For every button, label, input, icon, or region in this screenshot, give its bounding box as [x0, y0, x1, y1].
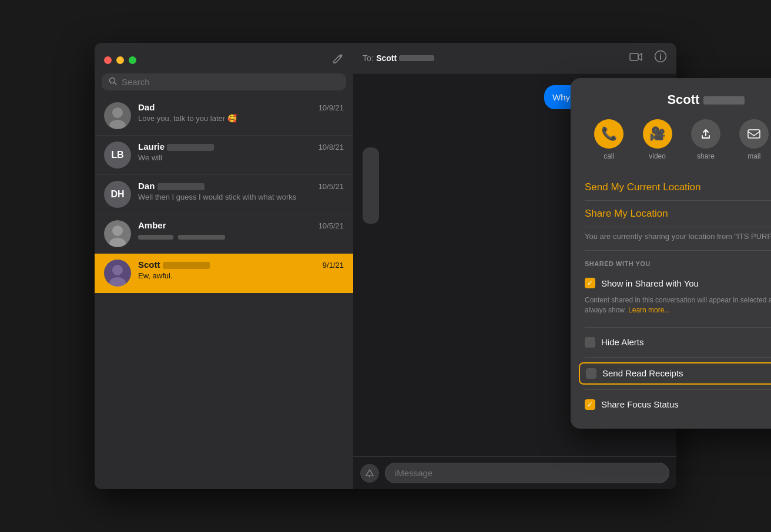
conversation-date-dan: 10/5/21 [319, 182, 344, 191]
show-in-shared-description: Content shared in this conversation will… [585, 293, 771, 322]
send-location-link[interactable]: Send My Current Location [585, 174, 771, 201]
share-location-link[interactable]: Share My Location [585, 201, 771, 227]
share-focus-status-row[interactable]: ✓ Share Focus Status [585, 395, 771, 415]
avatar-scott [104, 260, 131, 287]
svg-point-3 [660, 53, 661, 55]
show-in-shared-checkbox[interactable]: ✓ [585, 278, 595, 288]
conversation-name-laurie: Laurie [138, 142, 214, 151]
info-action-mail[interactable]: mail [739, 119, 769, 160]
share-focus-status-checkbox[interactable]: ✓ [585, 399, 595, 410]
conversation-name-scott: Scott [138, 260, 210, 270]
titlebar [95, 43, 353, 73]
info-action-video[interactable]: 🎥 video [643, 119, 672, 160]
conversation-content-amber: Amber 10/5/21 [138, 220, 344, 241]
search-bar[interactable] [102, 73, 346, 90]
avatar-dad [104, 102, 131, 129]
conversation-item-dan[interactable]: DH Dan 10/5/21 Well then I guess I would… [95, 175, 353, 214]
info-contact-name: Scott [585, 92, 771, 107]
avatar-dan: DH [104, 181, 131, 208]
video-call-icon[interactable] [629, 51, 642, 65]
conversation-content-dan: Dan 10/5/21 Well then I guess I would st… [138, 181, 344, 201]
conversation-content-scott: Scott 9/1/21 Ew, awful. [138, 260, 344, 280]
conversation-preview-amber [138, 232, 326, 241]
learn-more-link[interactable]: Learn more... [628, 306, 670, 314]
compose-icon[interactable] [332, 53, 344, 68]
call-label: call [604, 152, 614, 160]
conversation-header-amber: Amber 10/5/21 [138, 220, 344, 230]
conversation-preview-scott: Ew, awful. [138, 271, 326, 280]
chat-header: To: Scott [353, 43, 676, 73]
conversation-header-dad: Dad 10/9/21 [138, 102, 344, 112]
conversation-item-laurie[interactable]: LB Laurie 10/8/21 We will [95, 136, 353, 175]
mail-circle [739, 119, 769, 149]
chat-input-area [353, 456, 676, 489]
svg-rect-1 [630, 53, 638, 60]
blurred-message-block [363, 147, 379, 224]
separator-1 [585, 327, 771, 328]
conversation-header-scott: Scott 9/1/21 [138, 260, 344, 270]
info-actions: 📞 call 🎥 video share [585, 119, 771, 160]
share-circle [691, 119, 720, 149]
conversation-item-dad[interactable]: Dad 10/9/21 Love you, talk to you later … [95, 96, 353, 136]
conversation-content-dad: Dad 10/9/21 Love you, talk to you later … [138, 102, 344, 123]
send-read-receipts-label: Send Read Receipts [602, 368, 683, 378]
info-icon[interactable] [654, 50, 667, 66]
conversation-preview-dan: Well then I guess I would stick with wha… [138, 193, 326, 201]
conversation-preview-laurie: We will [138, 153, 326, 162]
hide-alerts-checkbox[interactable] [585, 337, 595, 348]
chat-to: To: Scott [363, 53, 434, 63]
conversation-name-dan: Dan [138, 181, 205, 191]
separator-2 [585, 357, 771, 358]
avatar-laurie: LB [104, 142, 131, 169]
minimize-button[interactable] [116, 56, 124, 64]
chat-header-actions [629, 50, 667, 66]
search-icon [109, 77, 117, 87]
info-panel: Scott 📞 call 🎥 video share [571, 78, 771, 429]
conversation-header-dan: Dan 10/5/21 [138, 181, 344, 191]
share-focus-status-label: Share Focus Status [601, 399, 679, 409]
avatar-amber [104, 220, 131, 247]
separator-3 [585, 389, 771, 390]
app-store-button[interactable] [360, 464, 379, 483]
conversation-date-amber: 10/5/21 [319, 221, 344, 230]
conversation-name-dad: Dad [138, 102, 155, 112]
call-circle: 📞 [594, 119, 623, 149]
hide-alerts-label: Hide Alerts [601, 337, 644, 347]
svg-point-4 [369, 476, 370, 477]
send-read-receipts-checkbox[interactable] [586, 368, 596, 379]
conversation-preview-dad: Love you, talk to you later 🥰 [138, 114, 326, 123]
close-button[interactable] [104, 56, 112, 64]
conversation-header-laurie: Laurie 10/8/21 [138, 142, 344, 151]
share-label: share [697, 152, 715, 160]
conversation-date-scott: 9/1/21 [323, 261, 344, 270]
app-window: Dad 10/9/21 Love you, talk to you later … [95, 43, 676, 489]
conversation-item-amber[interactable]: Amber 10/5/21 [95, 214, 353, 254]
info-action-share[interactable]: share [691, 119, 720, 160]
conversations-list: Dad 10/9/21 Love you, talk to you later … [95, 96, 353, 489]
conversation-date-laurie: 10/8/21 [319, 143, 344, 151]
chat-to-label: To: [363, 53, 374, 63]
info-action-call[interactable]: 📞 call [594, 119, 623, 160]
video-label: video [649, 152, 666, 160]
conversation-content-laurie: Laurie 10/8/21 We will [138, 142, 344, 162]
send-read-receipts-row[interactable]: Send Read Receipts [579, 362, 771, 385]
conversation-date-dad: 10/9/21 [319, 103, 344, 112]
show-in-shared-row[interactable]: ✓ Show in Shared with You [585, 273, 771, 293]
traffic-lights [104, 56, 136, 64]
show-in-shared-label: Show in Shared with You [601, 278, 699, 288]
share-location-description: You are currently sharing your location … [585, 227, 771, 251]
video-circle: 🎥 [643, 119, 672, 149]
hide-alerts-row[interactable]: Hide Alerts [585, 332, 771, 352]
conversation-name-amber: Amber [138, 220, 166, 230]
chat-contact-name: Scott [376, 53, 399, 63]
shared-with-you-label: SHARED WITH YOU [585, 260, 771, 267]
svg-rect-5 [748, 130, 760, 138]
sidebar: Dad 10/9/21 Love you, talk to you later … [95, 43, 353, 489]
conversation-item-scott[interactable]: Scott 9/1/21 Ew, awful. [95, 254, 353, 293]
search-input[interactable] [122, 77, 339, 87]
mail-label: mail [747, 152, 760, 160]
message-input[interactable] [385, 463, 669, 483]
maximize-button[interactable] [129, 56, 136, 64]
